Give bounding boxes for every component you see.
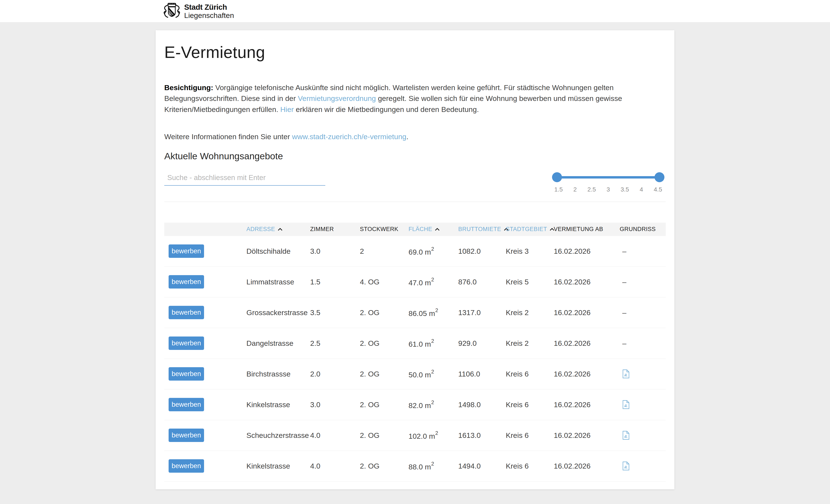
column-header[interactable]: GRUNDRISS [620, 226, 666, 232]
bewerben-button[interactable]: bewerben [169, 367, 204, 381]
vermietung-ab-cell: 16.02.2026 [554, 278, 620, 286]
slider-tick-label: 1.5 [553, 186, 564, 193]
vermietung-ab-cell: 16.02.2026 [554, 370, 620, 378]
slider-handle-max[interactable] [655, 172, 664, 182]
more-info-line: Weitere Informationen finden Sie unter w… [164, 132, 666, 141]
flaeche-cell: 61.0 m2 [409, 338, 458, 348]
bewerben-button[interactable]: bewerben [169, 275, 204, 288]
bruttomiete-cell: 1494.0 [458, 462, 506, 470]
adresse-cell: Scheuchzerstrasse [247, 431, 310, 440]
bruttomiete-cell: 1082.0 [458, 247, 506, 255]
vermietung-ab-cell: 16.02.2026 [554, 401, 620, 409]
no-floorplan-dash: – [622, 278, 627, 286]
zimmer-cell: 4.0 [310, 462, 360, 470]
bewerben-button[interactable]: bewerben [169, 398, 204, 411]
column-header[interactable]: STADTGEBIET [506, 226, 554, 232]
zimmer-cell: 1.5 [310, 278, 360, 286]
stadtgebiet-cell: Kreis 2 [506, 308, 554, 317]
slider-handle-min[interactable] [552, 172, 562, 182]
flaeche-cell: 50.0 m2 [409, 369, 458, 379]
vermietungsverordnung-link[interactable]: Vermietungsverordnung [298, 94, 376, 102]
table-row: bewerben Kinkelstrasse 3.0 2. OG 82.0 m2… [164, 389, 666, 420]
zimmer-cell: 4.0 [310, 431, 360, 440]
adresse-cell: Kinkelstrasse [247, 462, 310, 470]
action-cell: bewerben [164, 306, 247, 319]
stadt-zuerich-url-link[interactable]: www.stadt-zuerich.ch/e-vermietung [292, 132, 406, 141]
more-info-text: Weitere Informationen finden Sie unter [164, 132, 292, 141]
pdf-file-icon[interactable] [622, 431, 630, 440]
zimmer-cell: 2.0 [310, 370, 360, 378]
sort-caret-up-icon [435, 228, 440, 231]
logo-title: Stadt Zürich [184, 3, 234, 11]
bewerben-button[interactable]: bewerben [169, 459, 204, 473]
stadtgebiet-cell: Kreis 5 [506, 278, 554, 286]
content-card: E-Vermietung Besichtigung: Vorgängige te… [156, 30, 674, 489]
flaeche-cell: 82.0 m2 [409, 400, 458, 410]
table-row: bewerben Scheuchzerstrasse 4.0 2. OG 102… [164, 420, 666, 451]
slider-tick-label: 2.5 [586, 186, 597, 193]
bewerben-button[interactable]: bewerben [169, 337, 204, 350]
column-header[interactable]: FLÄCHE [409, 226, 458, 232]
adresse-cell: Döltschihalde [247, 247, 310, 255]
bewerben-button[interactable]: bewerben [169, 306, 204, 319]
slider-tick-label: 2 [570, 186, 581, 193]
action-cell: bewerben [164, 429, 247, 442]
flaeche-cell: 69.0 m2 [409, 246, 458, 256]
action-cell: bewerben [164, 337, 247, 350]
bewerben-button[interactable]: bewerben [169, 245, 204, 258]
hier-link[interactable]: Hier [280, 105, 294, 114]
column-header[interactable]: BRUTTOMIETE [458, 226, 506, 232]
pdf-file-icon[interactable] [622, 400, 630, 409]
sort-caret-up-icon [278, 228, 283, 231]
stockwerk-cell: 2 [360, 247, 409, 255]
stadtgebiet-cell: Kreis 2 [506, 339, 554, 348]
search-input[interactable] [164, 168, 325, 186]
stockwerk-cell: 4. OG [360, 278, 409, 286]
stockwerk-cell: 2. OG [360, 308, 409, 317]
slider-tick-label: 4.5 [652, 186, 664, 193]
intro-text-3: erklären wir die Mietbedingungen und der… [294, 105, 479, 114]
intro-lead: Besichtigung: [164, 84, 213, 92]
slider-labels: 1.522.533.544.5 [552, 186, 664, 193]
column-header[interactable]: VERMIETUNG AB [554, 226, 620, 232]
table-row: bewerben Dangelstrasse 2.5 2. OG 61.0 m2… [164, 328, 666, 359]
zimmer-cell: 3.0 [310, 247, 360, 255]
stockwerk-cell: 2. OG [360, 339, 409, 348]
column-header[interactable]: ZIMMER [310, 226, 360, 232]
table-row: bewerben Kinkelstrasse 4.0 2. OG 88.0 m2… [164, 451, 666, 481]
slider-tick-label: 3.5 [619, 186, 631, 193]
zimmer-cell: 2.5 [310, 339, 360, 348]
adresse-cell: Birchstrassse [247, 370, 310, 378]
column-header[interactable]: ADRESSE [247, 226, 310, 232]
table-body: bewerben Döltschihalde 3.0 2 69.0 m2 108… [164, 236, 666, 481]
stadt-zuerich-logo[interactable]: Stadt Zürich Liegenschaften [163, 3, 234, 20]
stadtgebiet-cell: Kreis 6 [506, 462, 554, 470]
stadtgebiet-cell: Kreis 6 [506, 401, 554, 409]
stockwerk-cell: 2. OG [360, 401, 409, 409]
slider-tick-label: 3 [603, 186, 614, 193]
adresse-cell: Grossackerstrasse [247, 308, 310, 317]
pdf-file-icon[interactable] [622, 462, 630, 471]
column-header[interactable]: STOCKWERK [360, 226, 409, 232]
rooms-range-slider: 1.522.533.544.5 [552, 168, 664, 193]
grundriss-cell: – [620, 308, 666, 317]
bruttomiete-cell: 1498.0 [458, 401, 506, 409]
grundriss-cell [620, 462, 666, 471]
action-cell: bewerben [164, 459, 247, 473]
page-title: E-Vermietung [164, 43, 666, 62]
action-cell: bewerben [164, 367, 247, 381]
grundriss-cell: – [620, 339, 666, 348]
vermietung-ab-cell: 16.02.2026 [554, 339, 620, 348]
no-floorplan-dash: – [622, 247, 627, 255]
grundriss-cell [620, 400, 666, 409]
slider-track[interactable] [556, 176, 660, 179]
grundriss-cell [620, 369, 666, 378]
vermietung-ab-cell: 16.02.2026 [554, 462, 620, 470]
zuerich-coat-of-arms-icon [163, 3, 181, 20]
pdf-file-icon[interactable] [622, 369, 630, 378]
bewerben-button[interactable]: bewerben [169, 429, 204, 442]
flaeche-cell: 88.0 m2 [409, 461, 458, 471]
action-cell: bewerben [164, 275, 247, 288]
action-cell: bewerben [164, 398, 247, 411]
vermietung-ab-cell: 16.02.2026 [554, 247, 620, 255]
